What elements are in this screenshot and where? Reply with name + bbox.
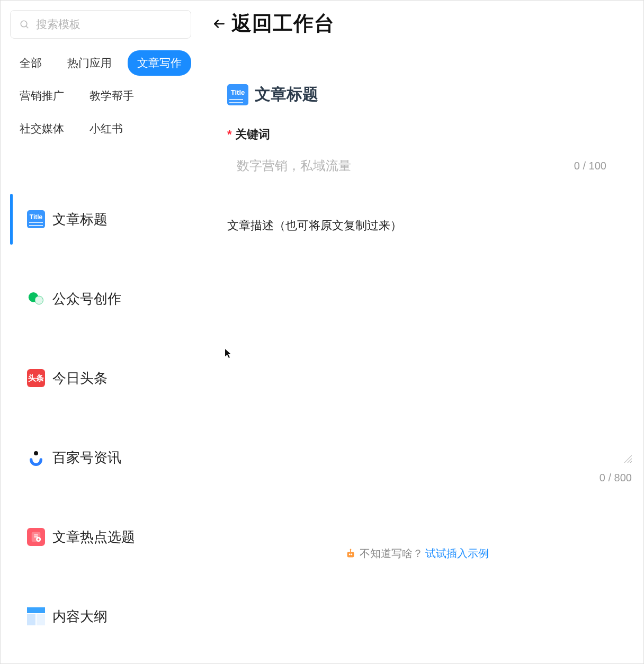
form-title: 文章标题 bbox=[255, 84, 318, 105]
cat-teaching[interactable]: 教学帮手 bbox=[80, 83, 144, 109]
search-box[interactable] bbox=[10, 10, 191, 39]
title-icon: Title bbox=[27, 210, 45, 228]
template-item-title[interactable]: Title 文章标题 bbox=[1, 180, 201, 259]
sidebar: 全部 热门应用 文章写作 营销推广 教学帮手 社交媒体 小红书 Title 文章… bbox=[1, 1, 201, 663]
keyword-counter: 0 / 100 bbox=[574, 160, 606, 172]
bot-icon bbox=[345, 548, 356, 560]
required-mark: * bbox=[227, 128, 232, 141]
cat-social[interactable]: 社交媒体 bbox=[10, 116, 74, 141]
toutiao-icon: 头条 bbox=[27, 369, 45, 387]
cat-writing[interactable]: 文章写作 bbox=[128, 50, 191, 76]
back-label: 返回工作台 bbox=[231, 10, 335, 37]
keyword-input-row: 0 / 100 bbox=[227, 151, 606, 181]
cat-all[interactable]: 全部 bbox=[10, 50, 51, 76]
resize-handle-icon[interactable] bbox=[624, 455, 632, 463]
description-textarea[interactable] bbox=[227, 244, 606, 466]
template-label: 文章热点选题 bbox=[52, 528, 135, 546]
template-item-baijia[interactable]: 百家号资讯 bbox=[1, 418, 201, 497]
svg-point-16 bbox=[351, 553, 352, 555]
svg-rect-11 bbox=[27, 614, 35, 625]
description-label: 文章描述（也可将原文复制过来） bbox=[227, 218, 606, 234]
svg-point-4 bbox=[35, 296, 43, 304]
svg-rect-12 bbox=[37, 614, 45, 625]
hint-action[interactable]: 试试插入示例 bbox=[425, 546, 489, 561]
svg-rect-10 bbox=[27, 607, 45, 613]
hint-row: 不知道写啥？ 试试插入示例 bbox=[227, 546, 606, 561]
category-tabs: 全部 热门应用 文章写作 营销推广 教学帮手 社交媒体 小红书 bbox=[1, 50, 201, 141]
baijia-icon bbox=[27, 448, 45, 466]
template-label: 文章标题 bbox=[52, 210, 108, 229]
template-item-toutiao[interactable]: 头条 今日头条 bbox=[1, 338, 201, 418]
template-item-hotspot[interactable]: 文章热点选题 bbox=[1, 497, 201, 577]
svg-point-15 bbox=[349, 553, 351, 555]
template-item-outline[interactable]: 内容大纲 bbox=[1, 577, 201, 656]
main-panel: 返回工作台 Title 文章标题 *关键词 0 / 100 文章描述（也可将原文… bbox=[201, 1, 643, 663]
outline-icon bbox=[27, 607, 45, 625]
hot-topic-icon bbox=[27, 528, 45, 546]
template-label: 百家号资讯 bbox=[52, 448, 121, 467]
template-item-wechat[interactable]: 公众号创作 bbox=[1, 259, 201, 338]
description-field: 文章描述（也可将原文复制过来） 0 / 800 bbox=[227, 218, 606, 484]
svg-rect-14 bbox=[347, 552, 354, 557]
svg-point-5 bbox=[34, 451, 38, 455]
description-counter: 0 / 800 bbox=[227, 472, 632, 484]
template-label: 内容大纲 bbox=[52, 607, 108, 626]
back-arrow-icon bbox=[211, 16, 227, 32]
svg-point-18 bbox=[350, 549, 352, 550]
form: Title 文章标题 *关键词 0 / 100 文章描述（也可将原文复制过来） … bbox=[201, 37, 643, 663]
search-icon bbox=[19, 19, 30, 30]
title-icon: Title bbox=[227, 84, 248, 105]
wechat-icon bbox=[27, 290, 45, 308]
svg-point-0 bbox=[21, 21, 27, 27]
template-label: 今日头条 bbox=[52, 369, 108, 388]
search-input[interactable] bbox=[36, 18, 182, 31]
cat-xhs[interactable]: 小红书 bbox=[80, 116, 132, 141]
svg-line-1 bbox=[26, 26, 29, 29]
hint-question: 不知道写啥？ bbox=[360, 546, 423, 561]
app-root: 全部 热门应用 文章写作 营销推广 教学帮手 社交媒体 小红书 Title 文章… bbox=[0, 0, 644, 664]
search-wrap bbox=[1, 10, 201, 50]
cat-marketing[interactable]: 营销推广 bbox=[10, 83, 74, 109]
template-list: Title 文章标题 公众号创作 头条 今日头条 bbox=[1, 180, 201, 663]
keyword-input[interactable] bbox=[227, 151, 606, 181]
form-title-row: Title 文章标题 bbox=[227, 84, 606, 105]
back-button[interactable]: 返回工作台 bbox=[201, 1, 643, 37]
template-label: 公众号创作 bbox=[52, 290, 121, 308]
keyword-label: *关键词 bbox=[227, 127, 606, 142]
cat-hot[interactable]: 热门应用 bbox=[58, 50, 121, 76]
